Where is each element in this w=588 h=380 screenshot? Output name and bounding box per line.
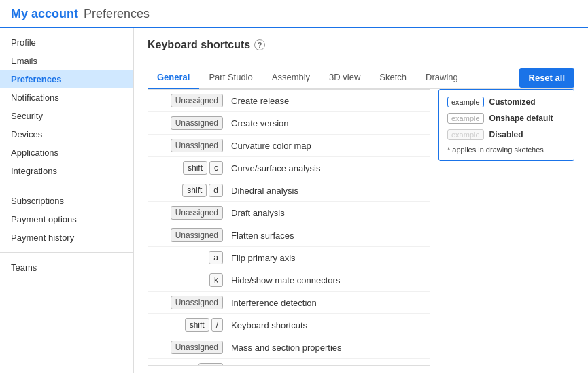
- shortcut-label: Hide/show mate connectors: [231, 275, 340, 286]
- key-area: a: [155, 251, 223, 264]
- shortcut-label: Create release: [231, 96, 289, 106]
- key-area: Unassigned: [155, 94, 223, 107]
- sidebar-item-subscriptions[interactable]: Subscriptions: [0, 192, 133, 210]
- key-unassigned: Unassigned: [171, 341, 223, 354]
- shortcut-label: Dihedral analysis: [231, 186, 298, 196]
- tab-assembly[interactable]: Assembly: [262, 67, 319, 89]
- key-area: Unassigned: [155, 139, 223, 152]
- key-area: shift /: [155, 318, 223, 332]
- shortcut-label: Curve/surface analysis: [231, 163, 321, 173]
- layout: Profile Emails Preferences Notifications…: [0, 28, 588, 373]
- key-shift: shift: [198, 363, 223, 366]
- tabs-bar: General Part Studio Assembly 3D view Ske…: [148, 67, 574, 89]
- key-shift: shift: [182, 184, 207, 197]
- sidebar-divider-2: [0, 252, 133, 253]
- shortcut-label: Flatten surfaces: [231, 230, 294, 241]
- key-slash: /: [211, 318, 223, 332]
- key-area: Unassigned: [155, 116, 223, 130]
- key-shift: shift: [185, 318, 209, 332]
- key-area: Unassigned: [155, 228, 223, 242]
- shortcut-label: Curvature color map: [231, 141, 311, 151]
- shortcut-more[interactable]: shift: [148, 359, 430, 366]
- header: My account Preferences: [0, 0, 588, 28]
- shortcut-label: Mass and section properties: [231, 343, 342, 353]
- sidebar-item-preferences[interactable]: Preferences: [0, 70, 133, 88]
- key-unassigned: Unassigned: [171, 139, 223, 152]
- reset-all-button[interactable]: Reset all: [519, 68, 574, 88]
- shortcuts-list-wrap[interactable]: Unassigned Create release Unassigned Cre…: [148, 89, 430, 366]
- sidebar-item-profile[interactable]: Profile: [0, 33, 133, 52]
- shortcut-curve-surface-analysis[interactable]: shift c Curve/surface analysis: [148, 157, 430, 179]
- key-unassigned: Unassigned: [171, 94, 223, 107]
- shortcut-label: Flip primary axis: [231, 253, 296, 263]
- key-area: Unassigned: [155, 341, 223, 354]
- key-area: shift: [155, 363, 223, 366]
- tab-sketch[interactable]: Sketch: [370, 67, 416, 89]
- key-d: d: [209, 184, 223, 197]
- shortcut-dihedral-analysis[interactable]: shift d Dihedral analysis: [148, 179, 430, 202]
- sidebar-item-applications[interactable]: Applications: [0, 143, 133, 162]
- sidebar: Profile Emails Preferences Notifications…: [0, 28, 134, 373]
- shortcut-hide-show-mate[interactable]: k Hide/show mate connectors: [148, 269, 430, 292]
- shortcut-label: Keyboard shortcuts: [231, 320, 307, 330]
- key-area: Unassigned: [155, 206, 223, 220]
- key-unassigned: Unassigned: [171, 296, 223, 309]
- section-title: Keyboard shortcuts ?: [148, 39, 574, 58]
- sidebar-item-integrations[interactable]: Integrations: [0, 162, 133, 180]
- sidebar-item-payment-options[interactable]: Payment options: [0, 210, 133, 228]
- help-icon[interactable]: ?: [254, 39, 265, 50]
- main-content: Keyboard shortcuts ? General Part Studio…: [134, 28, 588, 373]
- key-a: a: [209, 251, 223, 264]
- key-area: Unassigned: [155, 296, 223, 309]
- key-unassigned: Unassigned: [171, 228, 223, 242]
- shortcuts-area: Unassigned Create release Unassigned Cre…: [148, 89, 574, 366]
- key-area: shift d: [155, 184, 223, 197]
- key-c: c: [209, 161, 223, 175]
- key-unassigned: Unassigned: [171, 206, 223, 220]
- key-area: k: [155, 273, 223, 287]
- sidebar-item-emails[interactable]: Emails: [0, 52, 133, 70]
- shortcut-draft-analysis[interactable]: Unassigned Draft analysis: [148, 202, 430, 224]
- legend-panel: example Customized example Onshape defau…: [438, 89, 574, 161]
- shortcut-flatten-surfaces[interactable]: Unassigned Flatten surfaces: [148, 224, 430, 247]
- key-unassigned: Unassigned: [171, 116, 223, 130]
- shortcut-label: Interference detection: [231, 298, 317, 308]
- legend-row-customized: example Customized: [447, 97, 566, 107]
- tab-part-studio[interactable]: Part Studio: [199, 67, 262, 89]
- shortcut-interference-detection[interactable]: Unassigned Interference detection: [148, 292, 430, 314]
- shortcut-label: Create version: [231, 118, 289, 128]
- section-title-text: Keyboard shortcuts: [148, 39, 250, 51]
- sidebar-item-devices[interactable]: Devices: [0, 125, 133, 143]
- my-account-link[interactable]: My account: [11, 7, 78, 21]
- sidebar-item-security[interactable]: Security: [0, 107, 133, 125]
- shortcut-create-release[interactable]: Unassigned Create release: [148, 90, 430, 112]
- shortcut-create-version[interactable]: Unassigned Create version: [148, 112, 430, 135]
- legend-row-default: example Onshape default: [447, 113, 566, 124]
- legend-example-default: example: [447, 113, 484, 124]
- shortcut-label: Draft analysis: [231, 208, 285, 218]
- legend-label-default: Onshape default: [489, 114, 553, 123]
- sidebar-item-teams[interactable]: Teams: [0, 258, 133, 277]
- tab-3d-view[interactable]: 3D view: [319, 67, 370, 89]
- page-title: Preferences: [84, 7, 150, 21]
- tab-general[interactable]: General: [148, 67, 199, 89]
- legend-row-disabled: example Disabled: [447, 129, 566, 140]
- sidebar-item-payment-history[interactable]: Payment history: [0, 228, 133, 247]
- shortcuts-list: Unassigned Create release Unassigned Cre…: [148, 90, 430, 366]
- key-shift: shift: [183, 161, 207, 175]
- sidebar-divider-1: [0, 186, 133, 186]
- key-area: shift c: [155, 161, 223, 175]
- legend-label-customized: Customized: [489, 97, 536, 107]
- legend-label-disabled: Disabled: [489, 130, 523, 139]
- shortcut-flip-primary-axis[interactable]: a Flip primary axis: [148, 247, 430, 269]
- tab-drawing[interactable]: Drawing: [416, 67, 468, 89]
- sidebar-item-notifications[interactable]: Notifications: [0, 88, 133, 107]
- shortcut-mass-section[interactable]: Unassigned Mass and section properties: [148, 336, 430, 359]
- legend-note: * applies in drawing sketches: [447, 145, 566, 154]
- legend-example-disabled: example: [447, 129, 484, 140]
- shortcut-keyboard-shortcuts[interactable]: shift / Keyboard shortcuts: [148, 314, 430, 336]
- key-k: k: [209, 273, 223, 287]
- legend-example-customized: example: [447, 97, 484, 107]
- shortcut-curvature-color-map[interactable]: Unassigned Curvature color map: [148, 135, 430, 157]
